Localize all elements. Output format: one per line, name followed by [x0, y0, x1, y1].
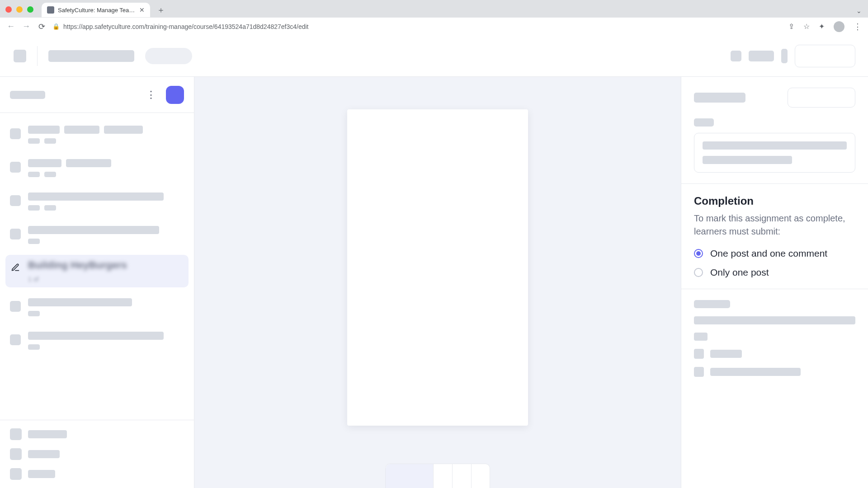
view-toolbar: [385, 464, 490, 488]
left-panel: ⋮: [0, 77, 194, 488]
view-mode-3[interactable]: [453, 464, 472, 488]
edit-icon: [10, 262, 21, 273]
right-header: [681, 77, 868, 118]
lesson-item[interactable]: [5, 294, 189, 321]
nav-back-icon[interactable]: ←: [6, 22, 15, 31]
completion-option-only-post[interactable]: Only one post: [694, 267, 855, 278]
header-action-3[interactable]: [781, 49, 788, 63]
completion-title: Completion: [694, 195, 855, 207]
new-tab-button[interactable]: ＋: [155, 4, 167, 16]
radio-label: One post and one comment: [710, 248, 827, 259]
lesson-thumb-icon: [10, 128, 21, 139]
view-mode-1[interactable]: [386, 464, 434, 488]
lesson-item-active[interactable]: Building HeyBurgers 1 of: [5, 255, 189, 287]
footer-icon: [10, 448, 22, 460]
right-card[interactable]: [694, 133, 855, 173]
address-bar: ← → ⟳ 🔒 https://app.safetyculture.com/tr…: [0, 17, 868, 35]
header-divider: [37, 46, 38, 66]
header-action-1[interactable]: [731, 51, 741, 61]
browser-chrome: SafetyCulture: Manage Teams and ... ✕ ＋ …: [0, 0, 868, 35]
three-column-layout: ⋮: [0, 77, 868, 488]
app-root: ⋮: [0, 35, 868, 488]
browser-tab[interactable]: SafetyCulture: Manage Teams and ... ✕: [42, 3, 150, 17]
left-panel-header: ⋮: [0, 77, 194, 113]
left-header-kebab-icon[interactable]: ⋮: [142, 87, 160, 103]
lesson-thumb-icon: [10, 334, 21, 345]
right-settings: [681, 289, 868, 388]
window-maximize-icon[interactable]: [27, 6, 33, 13]
tab-favicon-icon: [47, 6, 54, 14]
right-panel: Completion To mark this assignment as co…: [681, 77, 868, 488]
bookmark-icon[interactable]: ☆: [803, 22, 810, 31]
nav-reload-icon[interactable]: ⟳: [37, 22, 46, 32]
app-header: [0, 35, 868, 77]
completion-description: To mark this assignment as complete, lea…: [694, 212, 855, 238]
url-display[interactable]: 🔒 https://app.safetyculture.com/training…: [52, 23, 309, 30]
browser-menu-icon[interactable]: ⋮: [854, 22, 862, 32]
lesson-thumb-icon: [10, 195, 21, 206]
lesson-item[interactable]: [5, 221, 189, 249]
right-section: [681, 118, 868, 183]
preview-page[interactable]: [347, 109, 528, 426]
window-close-icon[interactable]: [5, 6, 12, 13]
checkbox-icon: [694, 367, 704, 377]
header-actions: [731, 45, 855, 67]
footer-row[interactable]: [10, 448, 184, 460]
completion-section: Completion To mark this assignment as co…: [681, 184, 868, 289]
left-header-label: [10, 91, 45, 99]
checkbox-icon: [694, 349, 704, 359]
extensions-icon[interactable]: ✦: [819, 22, 825, 31]
pencil-icon: [11, 263, 20, 272]
profile-avatar-icon[interactable]: [834, 21, 844, 32]
radio-icon: [694, 268, 703, 277]
share-icon[interactable]: ⇪: [788, 22, 794, 31]
view-mode-2[interactable]: [434, 464, 453, 488]
tab-close-icon[interactable]: ✕: [139, 6, 145, 14]
setting-label: [710, 350, 742, 358]
completion-options: One post and one comment Only one post: [694, 248, 855, 278]
completion-option-post-and-comment[interactable]: One post and one comment: [694, 248, 855, 259]
footer-label: [28, 430, 67, 438]
lesson-item[interactable]: [5, 121, 189, 148]
window-controls: [5, 6, 33, 13]
header-menu-button[interactable]: [14, 50, 26, 62]
canvas[interactable]: [194, 77, 681, 488]
view-mode-4[interactable]: [472, 464, 490, 488]
lesson-item[interactable]: [5, 327, 189, 354]
active-lesson-title: Building HeyBurgers: [28, 259, 127, 271]
lesson-thumb-icon: [10, 229, 21, 239]
footer-label: [28, 450, 60, 458]
lesson-thumb-icon: [10, 301, 21, 312]
footer-label: [28, 470, 55, 478]
add-lesson-button[interactable]: [166, 86, 184, 104]
radio-icon: [694, 249, 703, 258]
lesson-item[interactable]: [5, 188, 189, 215]
settings-label: [694, 300, 730, 308]
header-status-pill[interactable]: [145, 48, 192, 64]
window-minimize-icon[interactable]: [16, 6, 23, 13]
toolbar-right: ⇪ ☆ ✦ ⋮: [788, 21, 862, 32]
footer-icon: [10, 428, 22, 440]
tabs-overflow-icon[interactable]: ⌄: [856, 7, 862, 14]
tab-title: SafetyCulture: Manage Teams and ...: [58, 7, 136, 14]
left-panel-footer: [0, 420, 194, 488]
course-title-skeleton: [48, 50, 134, 62]
tab-strip: SafetyCulture: Manage Teams and ... ✕ ＋ …: [0, 0, 868, 17]
nav-forward-icon[interactable]: →: [22, 22, 31, 31]
footer-row[interactable]: [10, 468, 184, 480]
lesson-list[interactable]: Building HeyBurgers 1 of: [0, 113, 194, 420]
footer-row[interactable]: [10, 428, 184, 440]
active-lesson-meta: 1 of: [28, 276, 127, 283]
lesson-thumb-icon: [10, 162, 21, 173]
right-header-label: [694, 93, 745, 103]
lesson-item[interactable]: [5, 155, 189, 182]
setting-label: [710, 368, 801, 376]
header-primary-button[interactable]: [795, 45, 855, 67]
right-header-button[interactable]: [788, 88, 855, 108]
setting-row[interactable]: [694, 367, 855, 377]
header-action-2[interactable]: [749, 51, 774, 61]
setting-row[interactable]: [694, 349, 855, 359]
radio-label: Only one post: [710, 267, 769, 278]
lock-icon: 🔒: [52, 23, 60, 30]
url-text: https://app.safetyculture.com/training-m…: [63, 23, 309, 30]
